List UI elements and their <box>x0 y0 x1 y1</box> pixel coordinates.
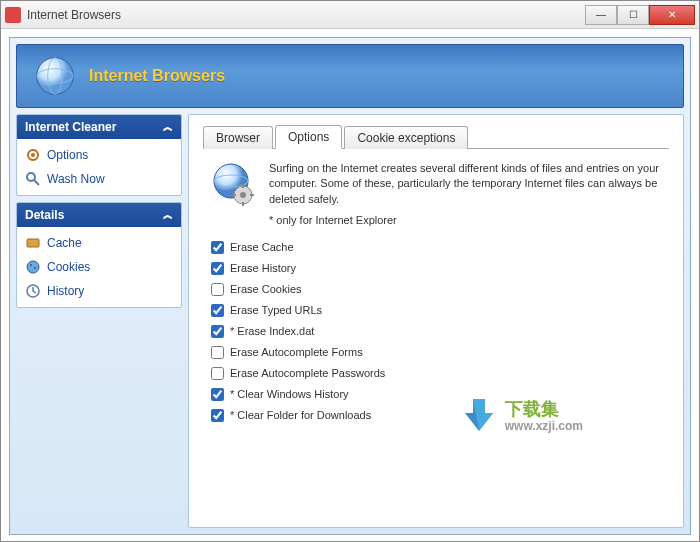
info-row: Surfing on the Internet creates several … <box>209 161 663 229</box>
svg-line-6 <box>34 180 39 185</box>
option-checkbox[interactable] <box>211 283 224 296</box>
svg-rect-7 <box>27 239 39 247</box>
globe-gear-icon <box>209 161 257 209</box>
svg-point-4 <box>31 153 35 157</box>
svg-point-0 <box>37 58 74 95</box>
option-checkbox[interactable] <box>211 409 224 422</box>
option-checkbox[interactable] <box>211 241 224 254</box>
option-label: * Clear Folder for Downloads <box>230 409 371 421</box>
titlebar: Internet Browsers — ☐ ✕ <box>1 1 699 29</box>
option-row[interactable]: Erase Cache <box>211 241 663 254</box>
option-row[interactable]: Erase Autocomplete Passwords <box>211 367 663 380</box>
globe-icon <box>33 54 77 98</box>
sidebar-item-history[interactable]: History <box>19 279 179 303</box>
option-row[interactable]: Erase Cookies <box>211 283 663 296</box>
options-list: Erase CacheErase HistoryErase CookiesEra… <box>209 241 663 422</box>
info-note: * only for Internet Explorer <box>269 213 663 228</box>
close-button[interactable]: ✕ <box>649 5 695 25</box>
tab-label: Options <box>288 130 329 144</box>
tab-cookie-exceptions[interactable]: Cookie exceptions <box>344 126 468 149</box>
banner-title: Internet Browsers <box>89 67 225 85</box>
option-checkbox[interactable] <box>211 346 224 359</box>
option-checkbox[interactable] <box>211 325 224 338</box>
option-label: * Erase Index.dat <box>230 325 314 337</box>
minimize-button[interactable]: — <box>585 5 617 25</box>
option-checkbox[interactable] <box>211 388 224 401</box>
sidebar: Internet Cleaner ︽ Options <box>16 114 182 528</box>
app-window: Internet Browsers — ☐ ✕ Internet Browser… <box>0 0 700 542</box>
sidebar-item-label: Wash Now <box>47 172 105 186</box>
option-label: * Clear Windows History <box>230 388 349 400</box>
option-label: Erase Typed URLs <box>230 304 322 316</box>
chevron-up-icon: ︽ <box>163 120 173 134</box>
maximize-button[interactable]: ☐ <box>617 5 649 25</box>
tab-label: Browser <box>216 131 260 145</box>
option-row[interactable]: Erase History <box>211 262 663 275</box>
option-label: Erase Autocomplete Forms <box>230 346 363 358</box>
option-checkbox[interactable] <box>211 304 224 317</box>
panel-header[interactable]: Internet Cleaner ︽ <box>17 115 181 139</box>
sidebar-item-label: Options <box>47 148 88 162</box>
svg-point-9 <box>30 264 32 266</box>
tabs-row: Browser Options Cookie exceptions <box>203 125 669 149</box>
tab-label: Cookie exceptions <box>357 131 455 145</box>
option-label: Erase Autocomplete Passwords <box>230 367 385 379</box>
gear-icon <box>25 147 41 163</box>
svg-point-5 <box>27 173 35 181</box>
banner: Internet Browsers <box>16 44 684 108</box>
window-title: Internet Browsers <box>27 8 585 22</box>
panel-title: Internet Cleaner <box>25 120 116 134</box>
svg-point-8 <box>27 261 39 273</box>
sidebar-item-label: Cache <box>47 236 82 250</box>
option-row[interactable]: Erase Typed URLs <box>211 304 663 317</box>
option-row[interactable]: * Clear Folder for Downloads <box>211 409 663 422</box>
info-text: Surfing on the Internet creates several … <box>269 161 663 207</box>
app-icon <box>5 7 21 23</box>
panel-title: Details <box>25 208 64 222</box>
tab-content: Surfing on the Internet creates several … <box>203 149 669 434</box>
window-controls: — ☐ ✕ <box>585 5 695 25</box>
option-row[interactable]: * Clear Windows History <box>211 388 663 401</box>
content-wrap: Internet Browsers Internet Cleaner ︽ <box>1 29 699 542</box>
option-row[interactable]: * Erase Index.dat <box>211 325 663 338</box>
tab-options[interactable]: Options <box>275 125 342 149</box>
sidebar-item-options[interactable]: Options <box>19 143 179 167</box>
panel-internet-cleaner: Internet Cleaner ︽ Options <box>16 114 182 196</box>
option-checkbox[interactable] <box>211 262 224 275</box>
panel-details: Details ︽ Cache <box>16 202 182 308</box>
sidebar-item-cookies[interactable]: Cookies <box>19 255 179 279</box>
info-text-block: Surfing on the Internet creates several … <box>269 161 663 229</box>
cookie-icon <box>25 259 41 275</box>
body-row: Internet Cleaner ︽ Options <box>16 114 684 528</box>
option-label: Erase Cache <box>230 241 294 253</box>
sidebar-item-cache[interactable]: Cache <box>19 231 179 255</box>
panel-body: Cache Cookies <box>17 227 181 307</box>
option-label: Erase Cookies <box>230 283 302 295</box>
main-panel: Browser Options Cookie exceptions <box>188 114 684 528</box>
cache-icon <box>25 235 41 251</box>
sidebar-item-label: Cookies <box>47 260 90 274</box>
tab-browser[interactable]: Browser <box>203 126 273 149</box>
history-icon <box>25 283 41 299</box>
svg-point-10 <box>34 267 36 269</box>
content: Internet Browsers Internet Cleaner ︽ <box>9 37 691 535</box>
panel-header[interactable]: Details ︽ <box>17 203 181 227</box>
sidebar-item-wash-now[interactable]: Wash Now <box>19 167 179 191</box>
panel-body: Options Wash Now <box>17 139 181 195</box>
magnifier-icon <box>25 171 41 187</box>
option-label: Erase History <box>230 262 296 274</box>
chevron-up-icon: ︽ <box>163 208 173 222</box>
option-checkbox[interactable] <box>211 367 224 380</box>
option-row[interactable]: Erase Autocomplete Forms <box>211 346 663 359</box>
sidebar-item-label: History <box>47 284 84 298</box>
svg-point-15 <box>240 192 246 198</box>
